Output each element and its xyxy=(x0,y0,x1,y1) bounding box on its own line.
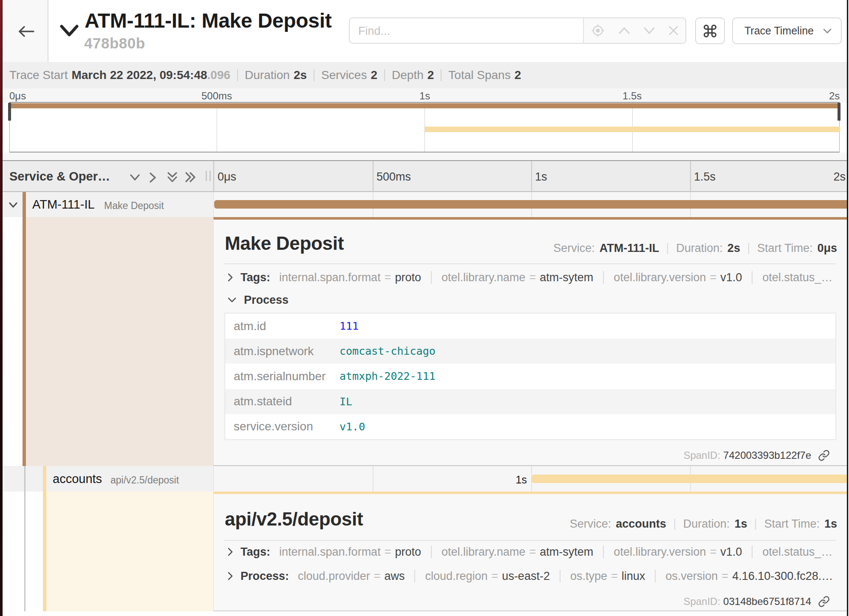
span-detail-meta: Service: accounts Duration: 1s Start Tim… xyxy=(570,517,837,531)
detail-row-tint xyxy=(46,492,213,611)
trace-view-selector[interactable]: Trace Timeline xyxy=(732,17,842,44)
minimap-span-bar-accounts xyxy=(425,127,840,132)
chevron-down-icon xyxy=(228,297,236,302)
depth-value: 2 xyxy=(427,68,434,82)
process-value: 4.16.10-300.fc28.… xyxy=(732,570,833,583)
span-bar-accounts[interactable] xyxy=(532,475,849,483)
span-detail-panel-atm: Make Deposit Service: ATM-111-IL Duratio… xyxy=(213,217,849,466)
process-value: us-east-2 xyxy=(502,570,550,583)
span-id-value: 03148be6751f8714 xyxy=(723,596,811,608)
kv-value: IL xyxy=(340,396,352,408)
span-id-label: SpanID: xyxy=(683,449,720,461)
span-detail-title: Make Deposit xyxy=(225,233,344,254)
timeline-gridline xyxy=(373,161,374,192)
minimap-gridline xyxy=(217,103,217,152)
keyboard-shortcuts-button[interactable] xyxy=(695,17,725,44)
tick-label: 500ms xyxy=(376,170,411,184)
tags-label: Tags: xyxy=(241,545,270,559)
process-label: Process xyxy=(244,294,289,307)
equals-sign: = xyxy=(611,570,618,583)
span-detail-row-atm: Make Deposit Service: ATM-111-IL Duratio… xyxy=(3,217,849,466)
start-time-value: 0μs xyxy=(817,242,837,255)
kv-key: atm.stateid xyxy=(225,395,340,408)
span-id-row: SpanID: 03148be6751f8714 xyxy=(683,595,830,608)
trace-page-header: ATM-111-IL: Make Deposit 478b80b xyxy=(3,0,849,62)
next-result-icon[interactable] xyxy=(644,27,655,34)
chevron-down-icon[interactable] xyxy=(130,174,140,182)
service-name: ATM-111-IL xyxy=(32,198,95,212)
tag-key: internal.span.format xyxy=(279,545,381,559)
service-value: ATM-111-IL xyxy=(600,242,659,255)
back-button[interactable] xyxy=(3,0,48,62)
divider xyxy=(560,570,560,582)
clear-search-icon[interactable] xyxy=(669,26,678,35)
minimap-right-scrubber[interactable] xyxy=(838,103,841,121)
collapse-children-icon[interactable] xyxy=(9,202,17,208)
divider xyxy=(752,271,753,284)
chevron-right-icon xyxy=(228,548,233,556)
service-color-strip xyxy=(43,466,46,492)
kv-key: service.version xyxy=(225,420,340,433)
duration-value: 1s xyxy=(734,517,747,531)
divider xyxy=(441,69,441,81)
chevron-down-icon xyxy=(823,28,832,34)
process-value: linux xyxy=(622,570,645,583)
service-color-strip xyxy=(23,192,26,217)
command-icon xyxy=(702,23,718,39)
link-icon[interactable] xyxy=(818,449,830,461)
double-chevron-right-icon[interactable] xyxy=(185,172,196,184)
span-id-label: SpanID: xyxy=(683,596,720,608)
span-name-cell[interactable]: ATM-111-IL Make Deposit xyxy=(3,192,213,217)
locate-icon[interactable] xyxy=(591,24,605,37)
equals-sign: = xyxy=(385,545,391,559)
span-id-value: 742003393b122f7e xyxy=(723,449,811,461)
column-divider[interactable] xyxy=(213,161,214,192)
span-row-accounts[interactable]: accounts api/v2.5/deposit 1s xyxy=(3,466,849,492)
process-accordion[interactable]: Process: cloud.provider = aws cloud.regi… xyxy=(228,569,833,583)
collapse-trace-header-icon[interactable] xyxy=(60,25,79,37)
span-timeline-cell[interactable]: 1s xyxy=(213,466,849,492)
total-spans-label: Total Spans xyxy=(448,68,510,82)
find-input[interactable] xyxy=(350,18,584,43)
process-value: aws xyxy=(384,570,405,583)
tags-accordion[interactable]: Tags: internal.span.format = proto otel.… xyxy=(228,545,832,559)
table-row: service.version v1.0 xyxy=(225,414,835,439)
tag-value: atm-sytem xyxy=(540,545,593,559)
kv-key: atm.ispnetwork xyxy=(225,345,340,358)
span-name-cell[interactable]: accounts api/v2.5/deposit xyxy=(3,466,213,492)
service-label: Service: xyxy=(553,242,595,255)
process-accordion[interactable]: Process xyxy=(228,293,297,307)
trace-view-selected: Trace Timeline xyxy=(744,25,814,37)
column-resize-grip[interactable] xyxy=(206,171,211,181)
double-chevron-down-icon[interactable] xyxy=(167,172,177,184)
trace-minimap[interactable] xyxy=(9,102,840,153)
table-row: atm.id 111 xyxy=(225,314,835,339)
chevron-right-icon[interactable] xyxy=(150,172,156,184)
kv-key: atm.id xyxy=(225,319,340,333)
service-value: accounts xyxy=(616,517,666,531)
span-timeline-cell[interactable] xyxy=(213,192,849,217)
service-label: Service: xyxy=(570,517,611,531)
tag-key: internal.span.format xyxy=(279,271,381,284)
timeline-gridline xyxy=(373,466,374,492)
arrow-left-icon xyxy=(18,26,34,37)
prev-result-icon[interactable] xyxy=(619,27,630,34)
chevron-right-icon xyxy=(228,273,233,282)
equals-sign: = xyxy=(492,570,498,583)
tag-key: otel.library.name xyxy=(441,545,526,559)
trace-start-ms: .096 xyxy=(207,68,231,82)
tick-label: 1.5s xyxy=(694,170,716,184)
divider xyxy=(655,570,656,582)
divider xyxy=(603,545,604,558)
start-time-label: Start Time: xyxy=(764,517,820,531)
tick-label: 1.5s xyxy=(623,90,642,102)
span-detail-title: api/v2.5/deposit xyxy=(225,509,363,530)
span-row-atm[interactable]: ATM-111-IL Make Deposit xyxy=(3,192,849,217)
process-key: os.version xyxy=(665,570,718,583)
chevron-right-icon xyxy=(228,572,233,580)
minimap-left-scrubber[interactable] xyxy=(8,103,11,121)
span-bar-atm[interactable] xyxy=(214,200,849,209)
link-icon[interactable] xyxy=(818,596,830,608)
tags-accordion[interactable]: Tags: internal.span.format = proto otel.… xyxy=(228,270,832,285)
duration-label: Duration: xyxy=(676,242,723,255)
